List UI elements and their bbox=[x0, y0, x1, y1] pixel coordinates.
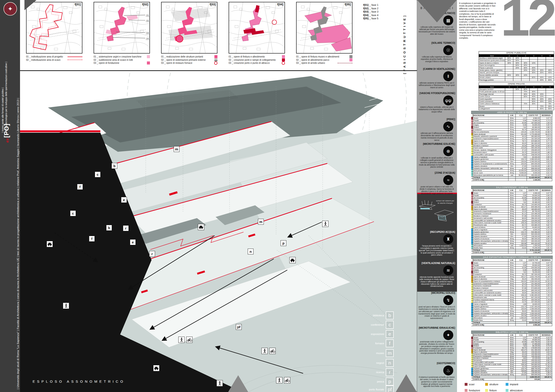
map-f01-legend: 01 _ individuazione area di progetto02 _… bbox=[26, 55, 82, 61]
cost-cell: 266.720,00 bbox=[527, 145, 540, 147]
col-header: C.U. bbox=[516, 334, 527, 337]
car-icon bbox=[198, 224, 204, 230]
cost-cell: 5.350,00 bbox=[527, 337, 540, 339]
map-label: f[05] bbox=[345, 3, 351, 6]
category-color bbox=[471, 319, 473, 321]
cost-cell: 9,04 % bbox=[540, 233, 552, 235]
map-f01-drawing bbox=[27, 2, 82, 53]
map-f05-legend: 01 _ opere di finitura museo e allestime… bbox=[296, 55, 352, 65]
cost-cell: 8,50 % bbox=[540, 359, 552, 362]
category-color bbox=[471, 372, 473, 374]
cost-cell: Impianto idrosanitario, antincendio, gas bbox=[473, 167, 508, 170]
cost-cell: 23,70 bbox=[516, 366, 527, 368]
dotted-swatch-icon bbox=[337, 63, 352, 63]
pct-cell: 50% bbox=[513, 59, 521, 62]
total-cell bbox=[508, 376, 516, 378]
cost-cell: 1,98 % bbox=[540, 165, 552, 167]
cost-cell: 7,96 % bbox=[540, 308, 552, 310]
cost-cell: €/mq bbox=[508, 305, 516, 308]
expo-logo: ex[PO] bbox=[0, 120, 19, 146]
square-swatch-icon bbox=[282, 58, 285, 61]
cost-table-row: Impianto elettrico€/m130,00520.000,009,0… bbox=[471, 233, 553, 235]
cost-table-row: Pavimenti e rivestimenti€/mq81,12324.480… bbox=[471, 212, 553, 215]
total-cell: 100,00 % bbox=[540, 321, 552, 324]
cost-cell: Jet Grounding bbox=[473, 267, 508, 269]
cost-cell: 1,63 % bbox=[540, 301, 552, 303]
category-color bbox=[471, 357, 473, 359]
legend-item-fondazioni: fondazioni bbox=[465, 387, 485, 392]
pct-cell bbox=[546, 74, 554, 76]
cost-table-row: Lavori di finitura€/mq23,7094.800,001,65… bbox=[471, 226, 553, 229]
cost-cell: Mobilio fisso bbox=[473, 247, 508, 249]
cost-cell: 7,62 bbox=[516, 271, 527, 273]
cost-table-row: Paratie€/mc9,9639.840,000,69 % bbox=[471, 194, 553, 197]
cost-cell: 1.040.000,00 bbox=[527, 160, 540, 163]
cost-cell: 104.750,00 bbox=[527, 341, 540, 343]
pct-cell bbox=[546, 64, 554, 66]
map-legend-label: 02 _ opere di allestimento parco bbox=[296, 58, 329, 62]
cost-cell: 27,00 bbox=[516, 372, 527, 374]
costo-mq-cell: COSTO A MQ bbox=[473, 251, 508, 254]
car-icon bbox=[47, 241, 53, 247]
pct-cell: 40% bbox=[513, 57, 521, 59]
cost-cell: 24.100,00 bbox=[527, 357, 540, 359]
category-color bbox=[471, 160, 473, 163]
category-color bbox=[471, 235, 473, 238]
cost-table-row: Attrezzaturecad1.000,00100.000,000,02 % bbox=[471, 317, 553, 319]
cost-table: SALA CONFERENZE : 4.000 mqDESCRIZIONEU.M… bbox=[471, 186, 553, 254]
cost-cell: 133,74 bbox=[516, 231, 527, 233]
cost-table-row: Scavo€/mc1,075.350,000,10 % bbox=[471, 337, 553, 339]
cost-cell: 83.800,00 bbox=[527, 197, 540, 199]
cost-cell: 573.600,00 bbox=[527, 287, 540, 289]
map-f01: f[01] bbox=[26, 2, 82, 54]
cost-cell: 130,00 bbox=[516, 370, 527, 372]
cost-cell: 5,15 % bbox=[540, 289, 552, 292]
cost-cell: Infissi esterni, lucernari e scale mobil… bbox=[473, 294, 508, 296]
category-color bbox=[471, 231, 473, 233]
cost-cell: €/mq bbox=[508, 301, 516, 303]
map-legend-label: 02 _ individuazione area di scavo bbox=[26, 58, 60, 62]
thesis-board: ✦ | Università degli studi di Roma "La S… bbox=[0, 0, 555, 392]
category-color bbox=[471, 343, 473, 345]
letter-marker: f bbox=[89, 236, 95, 242]
cost-cell: €/mq bbox=[508, 353, 516, 356]
cost-cell: 2,46 % bbox=[540, 273, 552, 276]
cost-cell: €/mq bbox=[508, 312, 516, 315]
map-legend-item: 03 _ opere di restauro fornace bbox=[161, 61, 218, 65]
total-cell: TOTALE bbox=[473, 249, 508, 251]
cost-table-header: DESCRIZIONEU.M.C.U.COSTO TOT.INCIDENZA bbox=[471, 334, 553, 337]
function-label: museo bbox=[376, 352, 384, 355]
pct-cell: 10% bbox=[538, 95, 546, 98]
cost-cell: Lavori di finitura bbox=[473, 301, 508, 303]
pct-cell bbox=[513, 105, 521, 108]
map-f02-drawing bbox=[94, 2, 149, 53]
function-label: biblioteca bbox=[373, 314, 384, 317]
cost-table-row: Rinterri€/mc7,6260.960,000,56 % bbox=[471, 126, 553, 129]
cost-cell: €/mq bbox=[508, 158, 516, 160]
col-anni: Anni bbox=[479, 54, 505, 57]
pct-cell: 40% bbox=[521, 93, 530, 95]
pct-cell: 50% bbox=[505, 59, 513, 62]
cost-cell: 15.000,00 bbox=[516, 169, 527, 172]
page-number: 12 bbox=[495, 0, 555, 44]
map-panel-f04: f[04] 01 _ opere di finitura e allestime… bbox=[229, 2, 285, 65]
row-label: Opere tecnologiche bbox=[479, 64, 505, 66]
pct-cell bbox=[538, 103, 546, 105]
cost-cell: €/mc bbox=[508, 264, 516, 267]
wind-microturbine-icon: ⊗ bbox=[443, 146, 453, 156]
pct-cell bbox=[530, 57, 538, 59]
circle-swatch-icon bbox=[214, 61, 218, 65]
cost-cell: 0,02 % bbox=[540, 244, 552, 247]
cost-cell: 11,18 % bbox=[540, 276, 552, 278]
cost-table-row: Opere strutturali€/mq162,271.622.700,001… bbox=[471, 276, 553, 278]
fase-index-item: f[02] _ fase 2 bbox=[363, 7, 378, 10]
row-label: Museo bbox=[479, 105, 505, 108]
category-color bbox=[471, 154, 473, 156]
row-label: Nuova viabilità carrabile bbox=[479, 74, 505, 76]
cost-cell: €/mq bbox=[508, 240, 516, 242]
function-letter: f bbox=[386, 339, 394, 347]
cost-cell: 25,70 bbox=[516, 151, 527, 154]
cost-cell: 208.000,00 bbox=[527, 154, 540, 156]
cost-cell: 2,48 % bbox=[540, 203, 552, 206]
cost-table-total: TOTALE5.731.210,00100,00 % bbox=[471, 249, 553, 251]
